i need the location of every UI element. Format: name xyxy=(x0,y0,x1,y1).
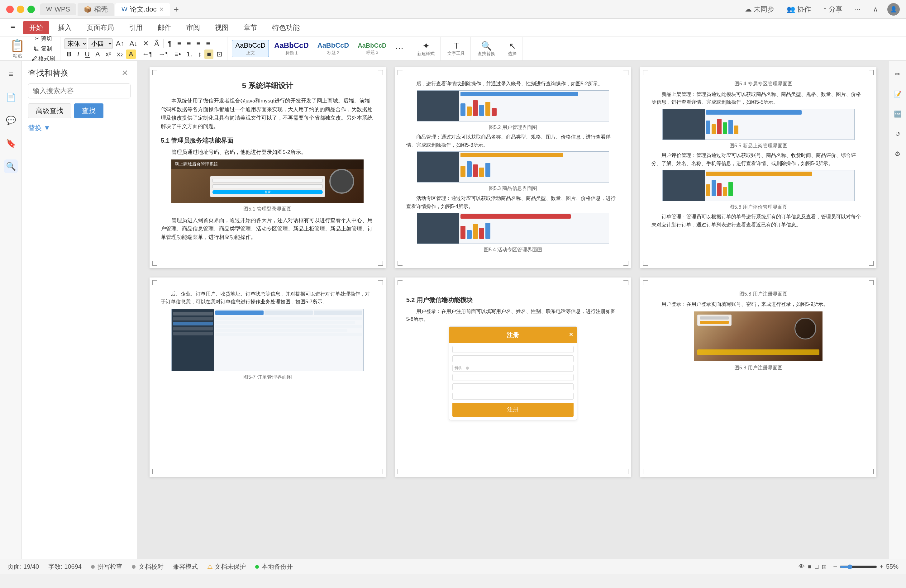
more-options-button[interactable]: ··· xyxy=(852,4,864,14)
collaborate-button[interactable]: 👥 协作 xyxy=(783,3,814,15)
sync-button[interactable]: ☁ 未同步 xyxy=(742,3,777,15)
tab-daodao[interactable]: 📦 稻壳 xyxy=(78,3,114,16)
style-h2[interactable]: AaBbCcD 标题 2 xyxy=(314,40,353,57)
share-button[interactable]: ↑ 分享 xyxy=(820,3,845,15)
order-content xyxy=(214,309,364,371)
ribbon-tab-view[interactable]: 视图 xyxy=(209,21,235,34)
ribbon-tab-insert[interactable]: 插入 xyxy=(52,21,78,34)
font-color-button[interactable]: A xyxy=(93,49,102,59)
minimize-button[interactable] xyxy=(17,6,24,13)
doc-area[interactable]: 5 系统详细设计 本系统使用了微信开发者组合@java和mysql进行的开发开发… xyxy=(137,61,889,559)
page3-cap1: 图5.5 新品上架管理界面图 xyxy=(662,142,855,150)
cut-button[interactable]: ✂ 剪切 xyxy=(30,34,57,43)
ribbon-tab-review[interactable]: 审阅 xyxy=(180,21,206,34)
menu-icon-btn[interactable]: ≡ xyxy=(5,21,21,34)
reg-input-name[interactable] xyxy=(452,346,574,353)
highlight-button[interactable]: A xyxy=(126,49,136,59)
sidebar-bookmark-icon[interactable]: 🔖 xyxy=(4,136,18,150)
zoom-slider[interactable] xyxy=(840,564,877,569)
align-center-button[interactable]: ≡ xyxy=(185,39,193,48)
panel-close-button[interactable]: ✕ xyxy=(119,67,131,78)
reg-submit-button[interactable]: 注册 xyxy=(452,403,574,417)
sidebar-comment-icon[interactable]: 💬 xyxy=(4,113,18,127)
reg-input-gender[interactable]: 性别 xyxy=(452,365,574,371)
select-button[interactable]: ↖ 选择 xyxy=(505,40,519,58)
reg-input-address[interactable] xyxy=(452,383,574,390)
numbering-button[interactable]: 1. xyxy=(184,49,195,59)
list-button[interactable]: ≡• xyxy=(172,49,183,59)
right-sidebar-icon2[interactable]: 📝 xyxy=(891,87,904,101)
maximize-button[interactable] xyxy=(27,6,35,13)
ribbon-tab-special[interactable]: 特色功能 xyxy=(266,21,306,34)
collapse-ribbon-button[interactable]: ∧ xyxy=(870,4,881,14)
text-tools-button[interactable]: T 文字工具 xyxy=(445,40,467,57)
ribbon-tab-start[interactable]: 开始 xyxy=(23,21,49,34)
align-left-button[interactable]: ≡ xyxy=(175,39,184,48)
close-button[interactable] xyxy=(6,6,14,13)
view-icon1[interactable]: 👁 xyxy=(799,563,805,570)
paste-button[interactable]: 📋 粘贴 xyxy=(6,37,28,60)
right-sidebar-icon1[interactable]: ✏ xyxy=(891,67,904,81)
search-input[interactable] xyxy=(28,83,131,99)
zoom-in-button[interactable]: + xyxy=(879,563,884,571)
avatar[interactable]: 👤 xyxy=(887,3,900,16)
copy-button[interactable]: ⿻ 复制 xyxy=(30,44,57,53)
doc-proofread[interactable]: 文档校对 xyxy=(132,563,164,571)
find-button[interactable]: 查找 xyxy=(74,104,104,118)
subscript-button[interactable]: x₂ xyxy=(114,49,126,59)
right-sidebar-icon5[interactable]: ⚙ xyxy=(891,147,904,161)
new-style-button[interactable]: ✦ 新建样式 xyxy=(415,40,437,58)
right-sidebar-icon3[interactable]: 🔤 xyxy=(891,107,904,121)
font-style-button[interactable]: Ã xyxy=(152,39,161,48)
sidebar-search-icon[interactable]: 🔍 xyxy=(4,159,18,173)
reg-form-close-icon[interactable]: ✕ xyxy=(569,331,573,339)
right-sidebar-icon4[interactable]: ↺ xyxy=(891,127,904,141)
spell-check[interactable]: 拼写检查 xyxy=(91,563,123,571)
view-icon4[interactable]: ⊞ xyxy=(821,563,827,570)
reg-input-phone[interactable] xyxy=(452,374,574,381)
activity-mgmt-screenshot xyxy=(417,213,609,244)
font-size-select[interactable]: 小四 xyxy=(88,38,113,49)
sort-button[interactable]: ↕ xyxy=(195,49,204,59)
style-normal[interactable]: AaBbCcD 正文 xyxy=(232,40,269,57)
superscript-button[interactable]: x² xyxy=(103,49,114,59)
tab-close-icon[interactable]: ✕ xyxy=(159,6,164,13)
spell-check-label: 拼写检查 xyxy=(97,563,123,570)
reg-input-password[interactable] xyxy=(452,393,574,400)
font-name-select[interactable]: 宋体 xyxy=(64,38,87,49)
underline-button[interactable]: U xyxy=(82,49,92,59)
ribbon-tab-mail[interactable]: 邮件 xyxy=(152,21,178,34)
ribbon-tab-chapter[interactable]: 章节 xyxy=(238,21,263,34)
add-tab-button[interactable]: + xyxy=(171,4,181,15)
advanced-find-button[interactable]: 高级查找 xyxy=(28,104,71,118)
tab-lundoc[interactable]: W 论文.doc ✕ xyxy=(115,3,170,16)
ribbon-tab-layout[interactable]: 页面布局 xyxy=(80,21,120,34)
tab-wps[interactable]: W WPS xyxy=(40,3,77,15)
style-h3[interactable]: AaBbCcD 标题 3 xyxy=(354,40,390,57)
ribbon-tab-ref[interactable]: 引用 xyxy=(123,21,149,34)
corner-tr xyxy=(378,70,383,75)
indent-left-button[interactable]: ←¶ xyxy=(140,49,155,59)
border-button[interactable]: ⊡ xyxy=(214,49,225,59)
font-grow-button[interactable]: A↑ xyxy=(113,39,126,48)
sidebar-file-icon[interactable]: 📄 xyxy=(4,90,18,104)
find-replace-button[interactable]: 🔍 查找替换 xyxy=(475,40,498,58)
styles-more-button[interactable]: ⋯ xyxy=(392,42,407,56)
page2-cap2: 图5.3 商品信息界面图 xyxy=(417,184,609,193)
shade-button[interactable]: ■ xyxy=(204,49,214,59)
replace-toggle[interactable]: 替换 ▼ xyxy=(28,123,131,133)
zoom-out-button[interactable]: − xyxy=(833,563,837,571)
italic-button[interactable]: I xyxy=(75,49,81,59)
view-icon2[interactable]: ■ xyxy=(808,563,812,570)
align-right-button[interactable]: ≡ xyxy=(194,39,203,48)
indent-right-button[interactable]: →¶ xyxy=(156,49,171,59)
paragraph-button[interactable]: ¶ xyxy=(166,39,174,48)
align-justify-button[interactable]: ≡ xyxy=(203,39,212,48)
sidebar-menu-icon[interactable]: ≡ xyxy=(4,67,18,81)
bold-button[interactable]: B xyxy=(64,49,74,59)
style-h1[interactable]: AaBbCcD 标题 1 xyxy=(271,40,312,57)
clear-format-button[interactable]: ✕ xyxy=(140,39,151,48)
font-shrink-button[interactable]: A↓ xyxy=(127,39,140,48)
view-icon3[interactable]: □ xyxy=(815,563,818,570)
reg-input-username[interactable] xyxy=(452,355,574,362)
